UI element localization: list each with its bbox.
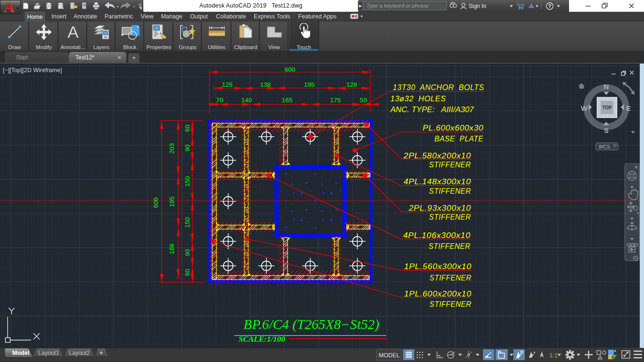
svg-text:W: W bbox=[581, 104, 588, 112]
svg-text:138: 138 bbox=[260, 81, 271, 88]
svg-text:4PL.148x300x10: 4PL.148x300x10 bbox=[404, 177, 471, 186]
svg-text:128: 128 bbox=[347, 81, 357, 88]
svg-text:165: 165 bbox=[282, 97, 293, 104]
svg-text:BASE PLATE: BASE PLATE bbox=[435, 134, 484, 143]
svg-text:60: 60 bbox=[184, 269, 191, 276]
svg-text:150: 150 bbox=[184, 217, 191, 228]
svg-text:STIFFENER: STIFFENER bbox=[429, 300, 471, 309]
svg-text:STIFFENER: STIFFENER bbox=[429, 242, 471, 251]
svg-text:125: 125 bbox=[222, 81, 233, 88]
svg-text:STIFFENER: STIFFENER bbox=[429, 213, 471, 222]
svg-text:70: 70 bbox=[216, 97, 223, 104]
svg-text:2PL.580x200x10: 2PL.580x200x10 bbox=[403, 151, 471, 160]
svg-text:TOP: TOP bbox=[602, 105, 612, 110]
svg-text:Layout1: Layout1 bbox=[38, 350, 59, 356]
svg-text:Sign In: Sign In bbox=[469, 3, 486, 9]
svg-text:ANC. TYPE: AIII/A307: ANC. TYPE: AIII/A307 bbox=[390, 105, 474, 114]
svg-text:13ø32 HOLES: 13ø32 HOLES bbox=[390, 94, 446, 103]
svg-text:90: 90 bbox=[184, 249, 191, 256]
svg-text:175: 175 bbox=[330, 97, 341, 104]
svg-text:A: A bbox=[3, 0, 15, 13]
svg-text:600: 600 bbox=[285, 66, 296, 73]
svg-text:1PL.600x200x10: 1PL.600x200x10 bbox=[404, 289, 471, 298]
svg-text:STIFFENER: STIFFENER bbox=[429, 187, 471, 196]
svg-text:203: 203 bbox=[168, 143, 175, 154]
svg-text:90: 90 bbox=[184, 144, 191, 151]
svg-text:195: 195 bbox=[168, 197, 175, 207]
svg-text:600: 600 bbox=[152, 197, 159, 208]
svg-text:STIFFENER: STIFFENER bbox=[429, 160, 471, 169]
svg-text:Layout2: Layout2 bbox=[69, 350, 90, 356]
svg-text:+: + bbox=[99, 350, 103, 356]
svg-text:E: E bbox=[626, 104, 631, 112]
svg-text:188: 188 bbox=[168, 244, 175, 255]
svg-text:2PL.93x300x10: 2PL.93x300x10 bbox=[408, 204, 471, 213]
svg-text:4PL.106x300x10: 4PL.106x300x10 bbox=[403, 231, 471, 240]
svg-text:S: S bbox=[604, 126, 609, 134]
svg-text:60: 60 bbox=[184, 124, 191, 132]
svg-text:Model: Model bbox=[12, 350, 29, 356]
svg-text:1PL.560x300x10: 1PL.560x300x10 bbox=[404, 262, 471, 271]
svg-text:195: 195 bbox=[304, 81, 315, 88]
svg-text:WCS: WCS bbox=[599, 144, 611, 149]
svg-text:50: 50 bbox=[360, 97, 367, 104]
svg-text:N: N bbox=[604, 82, 609, 90]
svg-text:BP.6/C4 (T265X8−St52): BP.6/C4 (T265X8−St52) bbox=[244, 317, 380, 332]
svg-text:150: 150 bbox=[184, 176, 191, 187]
svg-text:1:1: 1:1 bbox=[549, 352, 557, 359]
svg-text:A: A bbox=[67, 23, 79, 41]
svg-text:13T30 ANCHOR BOLTS: 13T30 ANCHOR BOLTS bbox=[393, 83, 484, 92]
svg-text:140: 140 bbox=[241, 97, 252, 104]
svg-text:MODEL: MODEL bbox=[379, 352, 400, 359]
svg-text:?: ? bbox=[548, 3, 552, 9]
svg-text:PL.600x600x30: PL.600x600x30 bbox=[423, 123, 484, 132]
svg-text:STIFFENER: STIFFENER bbox=[429, 273, 471, 282]
svg-text:SCALE:1/100: SCALE:1/100 bbox=[239, 335, 285, 344]
